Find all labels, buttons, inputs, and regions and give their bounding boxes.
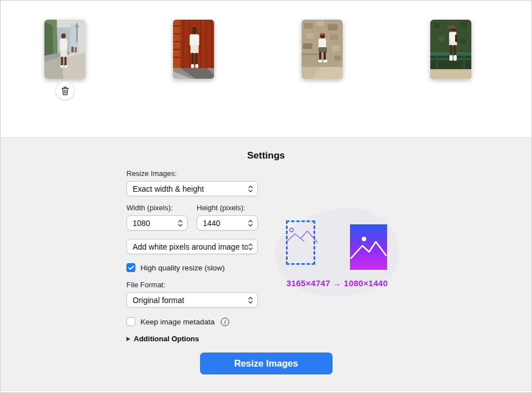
settings-form: Resize Images: Exact width & height Widt… [126,169,258,343]
padding-mode-select[interactable]: Add white pixels around image to o [126,239,258,254]
stepper-up-down-icon[interactable] [248,219,253,228]
file-format-select[interactable]: Original format [126,292,258,308]
thumbnail-row [1,1,531,100]
photo-thumbnail-4[interactable] [430,20,471,79]
width-input-box [126,215,188,231]
chevron-up-down-icon [248,242,253,251]
thumbnail-slot-4 [387,20,515,100]
mountain-white-icon [350,224,387,270]
photo-thumbnail-3[interactable] [302,20,343,79]
uploaded-images-area [1,1,531,138]
resize-mode-label: Resize Images: [126,169,258,178]
width-label: Width (pixels): [126,204,188,213]
mountain-outline-icon [285,225,318,245]
photo-bridge-scene [44,20,85,79]
additional-options-toggle[interactable]: Additional Options [126,335,258,343]
chevron-up-down-icon [248,184,253,193]
thumbnail-slot-2 [129,20,258,100]
file-format-value: Original format [133,296,184,305]
high-quality-checkbox[interactable] [126,263,135,272]
dimensions-row: Width (pixels): Height (pixels): [126,204,258,231]
resize-images-button[interactable]: Resize Images [200,353,333,374]
photo-stone-wall-scene [302,20,343,79]
height-input-box [197,215,258,231]
trash-icon [61,86,70,96]
thumbnail-slot-3 [258,20,387,100]
chevron-up-down-icon [248,296,253,305]
keep-metadata-option: Keep image metadata i [126,317,258,326]
delete-image-button[interactable] [56,81,75,100]
resized-image-icon [350,224,387,270]
original-image-placeholder-icon [286,220,315,265]
high-quality-label[interactable]: High quality resize (slow) [140,264,225,272]
photo-thumbnail-2[interactable] [173,20,214,79]
thumbnail-slot-1 [1,20,129,100]
keep-metadata-checkbox[interactable] [126,317,135,326]
keep-metadata-label[interactable]: Keep image metadata [140,318,215,326]
resize-dimensions-text: 3165×4747 → 1080×1440 [261,278,413,288]
photo-bench-scene [430,20,471,79]
resize-mode-select[interactable]: Exact width & height [126,181,258,196]
width-field-group: Width (pixels): [126,204,188,231]
image-resizer-app: Settings Resize Images: Exact width & he… [0,0,532,393]
width-input[interactable] [133,219,178,228]
checkmark-icon [128,265,134,270]
additional-options-label: Additional Options [134,335,199,343]
resize-illustration: 3165×4747 → 1080×1440 [272,206,402,300]
triangle-right-icon [126,337,130,341]
height-input[interactable] [203,219,248,228]
file-format-label: File Format: [126,281,258,290]
settings-content: Resize Images: Exact width & height Widt… [1,169,531,343]
stepper-up-down-icon[interactable] [178,219,183,228]
settings-panel: Settings Resize Images: Exact width & he… [1,138,531,391]
high-quality-option: High quality resize (slow) [126,263,258,272]
photo-thumbnail-1[interactable] [44,20,85,79]
settings-title: Settings [1,138,531,161]
photo-red-wall-scene [173,20,214,79]
resize-mode-value: Exact width & height [133,184,204,193]
height-field-group: Height (pixels): [197,204,258,231]
padding-mode-value: Add white pixels around image to o [133,242,248,251]
info-icon[interactable]: i [221,318,229,326]
height-label: Height (pixels): [197,204,258,213]
